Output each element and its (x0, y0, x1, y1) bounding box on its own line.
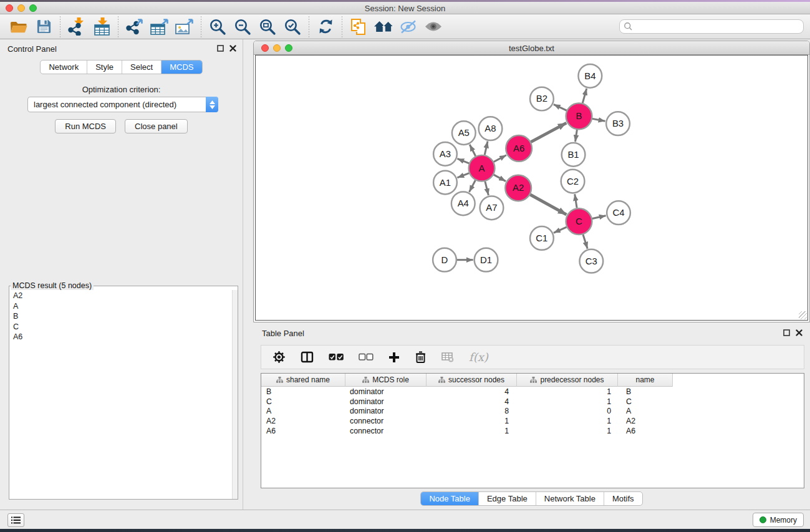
graph-node-B3[interactable]: B3 (606, 112, 630, 135)
graph-node-B1[interactable]: B1 (562, 143, 586, 167)
column-header[interactable]: MCDS role (345, 374, 427, 387)
close-panel-button[interactable]: Close panel (125, 119, 188, 133)
run-mcds-button[interactable]: Run MCDS (55, 119, 116, 133)
graph-node-A2[interactable]: A2 (505, 175, 531, 201)
export-network-icon[interactable] (122, 16, 147, 37)
graph-node-B[interactable]: B (566, 103, 592, 129)
result-scrollbar[interactable] (232, 290, 238, 499)
save-session-icon[interactable] (31, 16, 56, 37)
open-session-icon[interactable] (6, 16, 31, 37)
graph-node-A5[interactable]: A5 (452, 121, 476, 145)
graph-edge-A-A6[interactable] (494, 155, 506, 162)
memory-button[interactable]: Memory (753, 513, 804, 527)
function-builder-icon[interactable]: f(x) (469, 351, 488, 364)
column-header[interactable]: successor nodes (427, 374, 517, 387)
network-window-titlebar[interactable]: testGlobe.txt (254, 41, 809, 55)
network-canvas[interactable]: B4B2BB3A8A5A6A3B1AA1C2A2A4A7C4CC1DD1C3 (255, 55, 808, 321)
graph-node-D1[interactable]: D1 (475, 248, 498, 272)
select-all-checks-icon[interactable] (329, 353, 344, 361)
zoom-selected-icon[interactable] (280, 16, 305, 37)
close-panel-icon[interactable] (229, 45, 236, 52)
graph-node-A6[interactable]: A6 (506, 135, 532, 162)
add-column-icon[interactable] (388, 352, 400, 363)
graph-edge-A-A2[interactable] (494, 175, 506, 181)
graph-edge-A6-B[interactable] (531, 123, 566, 142)
task-history-button[interactable] (7, 513, 24, 527)
table-row[interactable]: Cdominator41C (261, 397, 804, 407)
graph-node-A7[interactable]: A7 (480, 196, 504, 220)
graph-edge-C-C3[interactable] (583, 235, 587, 249)
graph-node-C1[interactable]: C1 (530, 226, 554, 250)
close-panel-icon[interactable] (796, 329, 803, 336)
float-panel-icon[interactable] (783, 329, 790, 336)
table-settings-icon[interactable] (272, 351, 286, 364)
tab-edge-table[interactable]: Edge Table (479, 492, 536, 505)
tab-network-table[interactable]: Network Table (536, 492, 604, 505)
table-row[interactable]: Adominator80A (261, 407, 804, 417)
window-resize-handle[interactable] (799, 311, 807, 319)
graph-edge-A-A4[interactable] (469, 180, 475, 192)
tab-mcds[interactable]: MCDS (162, 60, 201, 74)
export-image-icon[interactable] (172, 16, 197, 37)
visibility-toggle-icon[interactable] (421, 16, 446, 37)
refresh-view-icon[interactable] (313, 16, 338, 37)
graph-edge-B-B4[interactable] (582, 89, 586, 103)
import-table-icon[interactable] (89, 16, 114, 37)
result-item[interactable]: A (13, 301, 231, 312)
optimization-dropdown[interactable]: largest connected component (directed) (27, 97, 218, 112)
delete-table-icon[interactable] (441, 352, 454, 362)
graph-node-A1[interactable]: A1 (433, 171, 457, 195)
deselect-all-checks-icon[interactable] (359, 353, 374, 361)
graph-edge-A-A1[interactable] (457, 173, 469, 178)
result-item[interactable]: A6 (13, 332, 231, 342)
graph-edge-C-C1[interactable] (554, 227, 567, 233)
graph-edge-B-B3[interactable] (592, 118, 605, 121)
float-panel-icon[interactable] (217, 45, 224, 52)
table-row[interactable]: A6connector11A6 (261, 426, 804, 436)
show-all-views-icon[interactable] (371, 16, 396, 37)
graph-node-A8[interactable]: A8 (479, 117, 503, 140)
tab-node-table[interactable]: Node Table (421, 492, 479, 505)
zoom-out-icon[interactable] (230, 16, 255, 37)
tab-motifs[interactable]: Motifs (604, 492, 642, 505)
result-item[interactable]: B (13, 311, 231, 322)
table-row[interactable]: Bdominator41B (261, 387, 804, 397)
column-header[interactable]: name (618, 374, 673, 387)
zoom-fit-icon[interactable] (255, 16, 280, 37)
graph-edge-C-C2[interactable] (575, 194, 577, 208)
graph-edge-C-C4[interactable] (592, 216, 606, 219)
search-input[interactable] (633, 22, 799, 31)
graph-edge-A-A3[interactable] (457, 158, 469, 163)
column-header[interactable]: predecessor nodes (517, 374, 618, 387)
graph-node-D[interactable]: D (433, 248, 456, 272)
import-network-icon[interactable] (64, 16, 89, 37)
graph-edge-A-A8[interactable] (485, 142, 488, 155)
graph-edge-A-A5[interactable] (470, 145, 475, 157)
column-header[interactable]: shared name (261, 374, 345, 387)
graph-node-A3[interactable]: A3 (433, 142, 457, 166)
birdseye-toggle-icon[interactable] (396, 16, 421, 37)
tab-select[interactable]: Select (122, 60, 162, 74)
split-view-icon[interactable] (301, 351, 314, 363)
graph-node-C2[interactable]: C2 (561, 170, 585, 193)
result-item[interactable]: C (13, 322, 231, 332)
graph-edge-B-B1[interactable] (576, 130, 577, 142)
network-snapshot-icon[interactable] (346, 16, 371, 37)
graph-node-A[interactable]: A (469, 155, 495, 181)
graph-node-A4[interactable]: A4 (451, 191, 475, 215)
tab-network[interactable]: Network (41, 60, 87, 74)
graph-edge-A-A7[interactable] (485, 181, 489, 195)
export-table-icon[interactable] (147, 16, 172, 37)
graph-node-C[interactable]: C (566, 208, 592, 235)
delete-columns-icon[interactable] (415, 351, 427, 364)
graph-node-C4[interactable]: C4 (607, 201, 630, 225)
result-item[interactable]: A2 (13, 291, 231, 301)
zoom-in-icon[interactable] (205, 16, 230, 37)
graph-node-B2[interactable]: B2 (530, 87, 554, 111)
graph-edge-A2-C[interactable] (530, 195, 566, 215)
tab-style[interactable]: Style (87, 60, 122, 74)
table-row[interactable]: A2connector11A2 (261, 416, 804, 426)
graph-edge-B-B2[interactable] (554, 104, 567, 110)
graph-node-B4[interactable]: B4 (578, 64, 602, 88)
graph-node-C3[interactable]: C3 (579, 249, 603, 273)
